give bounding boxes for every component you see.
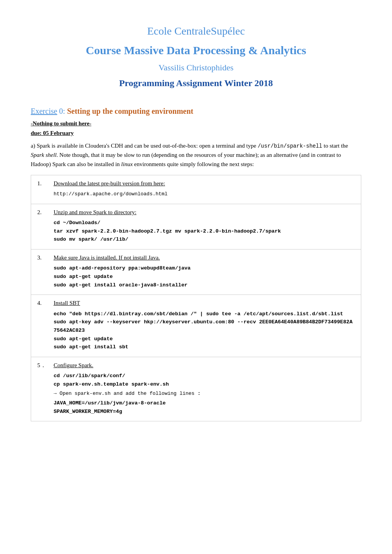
- step-3-num: 3.: [31, 249, 48, 294]
- step-2-label: Unzip and move Spark to directory:: [54, 208, 355, 217]
- intro-text-1: a) Spark is available in Cloudera's CDH …: [31, 143, 257, 149]
- step-4-content: Install SBT echo "deb https://dl.bintray…: [48, 295, 361, 357]
- spark-shell-code: /usr/bin/spark-shell: [257, 143, 322, 149]
- due-date: due: 05 February: [31, 129, 361, 138]
- intro-paragraph: a) Spark is available in Cloudera's CDH …: [31, 141, 361, 169]
- step-1-content: Download the latest pre-built version fr…: [48, 175, 361, 204]
- step-5-row: 5． Configure Spark. cd /usr/lib/spark/co…: [31, 357, 361, 421]
- step-2-link[interactable]: Unzip and move Spark to directory: [54, 209, 135, 215]
- step-1-code: http://spark.apache.org/downloads.html: [54, 190, 355, 198]
- page-header: Ecole CentraleSupélec Course Massive Dat…: [31, 23, 361, 90]
- step-1-num: 1.: [31, 175, 48, 204]
- step-4-code: echo "deb https://dl.bintray.com/sbt/deb…: [54, 310, 355, 351]
- exercise-section: Exercise 0: Setting up the computing env…: [31, 105, 361, 421]
- intro-text-4: environments quite simply following the …: [133, 161, 254, 167]
- intro-text-2: to start the: [322, 143, 348, 149]
- step-5-code-2: JAVA_HOME=/usr/lib/jvm/java-8-oracle SPA…: [54, 399, 355, 416]
- step-4-row: 4. Install SBT echo "deb https://dl.bint…: [31, 295, 361, 357]
- step-4-num: 4.: [31, 295, 48, 357]
- step-5-content: Configure Spark. cd /usr/lib/spark/conf/…: [48, 357, 361, 421]
- step-2-num: 2.: [31, 204, 48, 249]
- step-3-label: Make sure Java is installed. If not inst…: [54, 253, 355, 262]
- exercise-link[interactable]: Exercise: [31, 107, 57, 115]
- course-title: Course Massive Data Processing & Analyti…: [31, 42, 361, 59]
- nothing-submit: -Nothing to submit here-: [31, 119, 361, 128]
- step-2-content: Unzip and move Spark to directory: cd ~/…: [48, 204, 361, 249]
- course-bold: Massive Data Processing & Analytics: [124, 44, 306, 57]
- step-1-row: 1. Download the latest pre-built version…: [31, 175, 361, 204]
- step-2-code: cd ~/Downloads/ tar xzvf spark-2.2.0-bin…: [54, 219, 355, 244]
- school-name: Ecole CentraleSupélec: [31, 23, 361, 39]
- author-name: Vassilis Christophides: [31, 61, 361, 74]
- assignment-title: Programming Assignment Winter 2018: [31, 76, 361, 90]
- step-3-link[interactable]: Make sure Java is installed. If not inst…: [54, 255, 159, 261]
- exercise-title: Setting up the computing environment: [67, 107, 193, 115]
- linux-italic: linux: [121, 161, 133, 167]
- spark-shell-italic: Spark shell: [31, 152, 56, 158]
- step-4-link[interactable]: Install SBT: [54, 300, 80, 306]
- exercise-number: 0:: [59, 107, 67, 115]
- step-5-label: Configure Spark.: [54, 361, 355, 370]
- step-3-content: Make sure Java is installed. If not inst…: [48, 249, 361, 294]
- step-5-code-1: cd /usr/lib/spark/conf/ cp spark-env.sh.…: [54, 372, 355, 388]
- step-1-label: Download the latest pre-built version fr…: [54, 179, 355, 188]
- step-4-label: Install SBT: [54, 299, 355, 308]
- step-3-code: sudo apt-add-repository ppa:webupd8team/…: [54, 264, 355, 289]
- step-5-arrow: → Open spark-env.sh and add the followin…: [54, 390, 355, 398]
- step-5-num: 5．: [31, 357, 48, 421]
- step-5-link[interactable]: Configure Spark: [54, 362, 92, 368]
- step-1-link[interactable]: Download the latest pre-built version fr…: [54, 180, 164, 186]
- exercise-heading: Exercise 0: Setting up the computing env…: [31, 105, 361, 117]
- course-prefix: Course: [86, 44, 124, 57]
- step-2-row: 2. Unzip and move Spark to directory: cd…: [31, 204, 361, 249]
- step-3-row: 3. Make sure Java is installed. If not i…: [31, 249, 361, 294]
- steps-table: 1. Download the latest pre-built version…: [31, 175, 361, 421]
